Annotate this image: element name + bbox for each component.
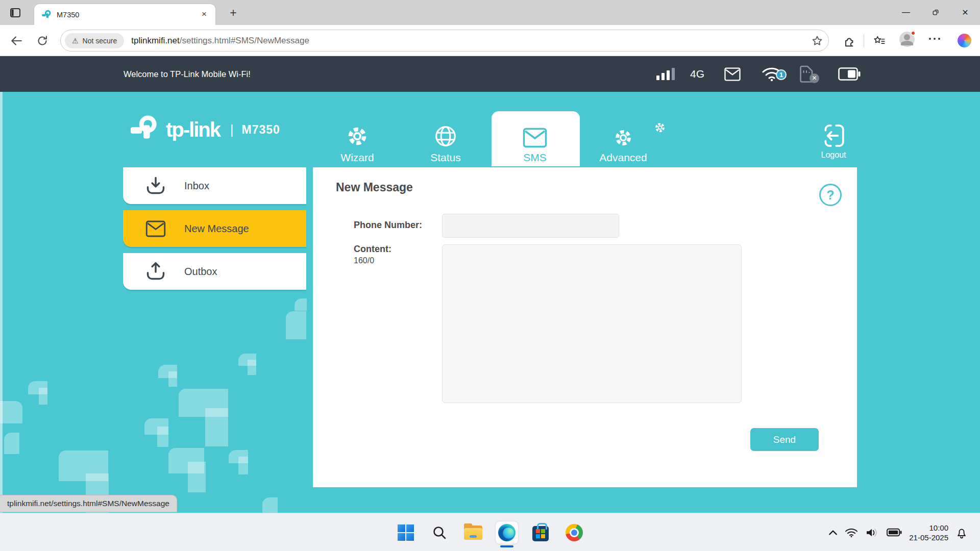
address-bar[interactable]: ⚠ Not secure tplinkmifi.net/settings.htm… bbox=[60, 30, 829, 52]
extensions-button[interactable] bbox=[840, 33, 855, 48]
security-label: Not secure bbox=[83, 37, 117, 45]
decor-square bbox=[39, 388, 47, 405]
content-label: Content: bbox=[354, 244, 391, 255]
phone-number-input[interactable] bbox=[442, 214, 619, 238]
microsoft-store-icon bbox=[532, 526, 549, 541]
decor-square bbox=[238, 457, 248, 474]
tray-volume-icon[interactable] bbox=[865, 527, 879, 538]
sidebar-item-outbox[interactable]: Outbox bbox=[123, 253, 306, 290]
brand-model: M7350 bbox=[241, 123, 280, 137]
vertical-tabs-button[interactable] bbox=[7, 5, 23, 21]
new-message-panel: New Message ? Phone Number: Content: 160… bbox=[313, 167, 857, 487]
tab-advanced[interactable]: Advanced bbox=[587, 123, 659, 164]
browser-tab-strip: M7350 × + — ✕ bbox=[0, 0, 980, 25]
tray-chevron-icon[interactable] bbox=[828, 530, 838, 536]
url-host: tplinkmifi.net bbox=[131, 36, 179, 45]
decor-square bbox=[4, 433, 19, 454]
brand-block: tp-link | M7350 bbox=[128, 110, 280, 149]
bookmark-star-button[interactable] bbox=[811, 35, 823, 47]
window-controls: — ✕ bbox=[891, 0, 980, 24]
page-title: New Message bbox=[336, 181, 413, 194]
sidebar-item-new-message-label: New Message bbox=[184, 223, 249, 235]
start-button[interactable] bbox=[395, 521, 417, 544]
send-button[interactable]: Send bbox=[750, 428, 819, 451]
decor-square bbox=[205, 408, 228, 446]
profile-avatar[interactable] bbox=[899, 32, 915, 47]
tray-battery-icon[interactable] bbox=[887, 528, 902, 537]
decor-square bbox=[295, 298, 307, 311]
help-button[interactable]: ? bbox=[819, 184, 842, 206]
gear-icon bbox=[322, 123, 393, 148]
favorites-button[interactable] bbox=[872, 33, 887, 48]
microsoft-store-button[interactable] bbox=[529, 521, 552, 544]
sidebar-item-inbox-label: Inbox bbox=[184, 180, 209, 192]
sms-status-icon bbox=[724, 56, 741, 92]
window-close-button[interactable]: ✕ bbox=[950, 0, 980, 24]
vertical-tabs-icon bbox=[9, 7, 21, 19]
restore-icon bbox=[932, 8, 940, 16]
window-restore-button[interactable] bbox=[921, 0, 950, 24]
decor-square bbox=[168, 371, 177, 387]
tab-sms[interactable]: SMS bbox=[499, 123, 571, 164]
browser-tab[interactable]: M7350 × bbox=[34, 4, 215, 25]
notification-bell-icon[interactable] bbox=[955, 527, 968, 539]
site-security-chip[interactable]: ⚠ Not secure bbox=[65, 33, 124, 48]
file-explorer-button[interactable] bbox=[462, 521, 484, 544]
brand-wordmark: tp-link bbox=[166, 118, 220, 141]
system-tray: 10:00 21-05-2025 bbox=[828, 513, 968, 551]
tab-close-icon[interactable]: × bbox=[198, 9, 210, 21]
signal-strength-icon bbox=[656, 56, 675, 92]
windows-logo-icon bbox=[398, 524, 414, 541]
tab-sms-label: SMS bbox=[499, 152, 571, 164]
sim-card-icon: ✕ bbox=[799, 56, 821, 92]
tab-wizard-label: Wizard bbox=[322, 152, 393, 164]
profile-notification-dot bbox=[911, 31, 916, 36]
clock-date: 21-05-2025 bbox=[909, 533, 948, 542]
tab-wizard[interactable]: Wizard bbox=[322, 123, 393, 164]
browser-menu-button[interactable] bbox=[929, 38, 940, 40]
decor-square bbox=[262, 497, 278, 513]
tab-status[interactable]: Status bbox=[410, 123, 481, 164]
taskbar-search-button[interactable] bbox=[428, 521, 451, 544]
wifi-client-badge: 1 bbox=[776, 69, 787, 80]
taskbar-clock[interactable]: 10:00 21-05-2025 bbox=[909, 523, 948, 542]
wifi-status-icon: 1 bbox=[762, 56, 788, 92]
envelope-icon bbox=[145, 220, 166, 237]
copilot-icon[interactable] bbox=[958, 34, 971, 47]
brand-divider: | bbox=[230, 122, 234, 137]
back-button[interactable] bbox=[9, 33, 24, 48]
logout-label: Logout bbox=[805, 151, 862, 160]
window-minimize-button[interactable]: — bbox=[891, 0, 921, 24]
tplink-favicon bbox=[41, 10, 52, 20]
browser-toolbar: ⚠ Not secure tplinkmifi.net/settings.htm… bbox=[0, 25, 980, 56]
globe-icon bbox=[410, 123, 481, 148]
file-explorer-icon bbox=[464, 525, 482, 540]
link-preview-bubble: tplinkmifi.net/settings.html#SMS/NewMess… bbox=[0, 495, 177, 512]
sidebar-item-new-message[interactable]: New Message bbox=[123, 210, 306, 247]
double-gear-icon bbox=[587, 123, 659, 148]
chrome-button[interactable] bbox=[563, 521, 585, 544]
inbox-icon bbox=[145, 176, 166, 196]
decor-square bbox=[188, 462, 206, 492]
windows-taskbar: 10:00 21-05-2025 bbox=[0, 513, 980, 551]
tab-status-label: Status bbox=[410, 152, 481, 164]
warning-icon: ⚠ bbox=[72, 37, 79, 45]
tray-wifi-icon[interactable] bbox=[845, 528, 858, 538]
message-content-input[interactable] bbox=[442, 244, 742, 403]
refresh-button[interactable] bbox=[35, 33, 50, 48]
url-text: tplinkmifi.net/settings.html#SMS/NewMess… bbox=[131, 36, 309, 46]
help-icon: ? bbox=[826, 188, 834, 202]
edge-button[interactable] bbox=[496, 521, 518, 544]
decor-square bbox=[286, 311, 306, 339]
search-icon bbox=[432, 525, 447, 540]
new-tab-button[interactable]: + bbox=[226, 6, 241, 21]
edge-icon bbox=[498, 524, 516, 541]
sidebar-item-inbox[interactable]: Inbox bbox=[123, 167, 306, 204]
logout-button[interactable]: Logout bbox=[805, 122, 862, 160]
tab-advanced-label: Advanced bbox=[587, 152, 659, 164]
tab-title: M7350 bbox=[57, 11, 198, 19]
logout-icon bbox=[805, 122, 862, 148]
battery-status-icon bbox=[838, 56, 861, 92]
toolbar-divider bbox=[864, 34, 864, 47]
device-status-header: Welcome to TP-Link Mobile Wi-Fi! 4G 1 ✕ bbox=[0, 56, 980, 92]
